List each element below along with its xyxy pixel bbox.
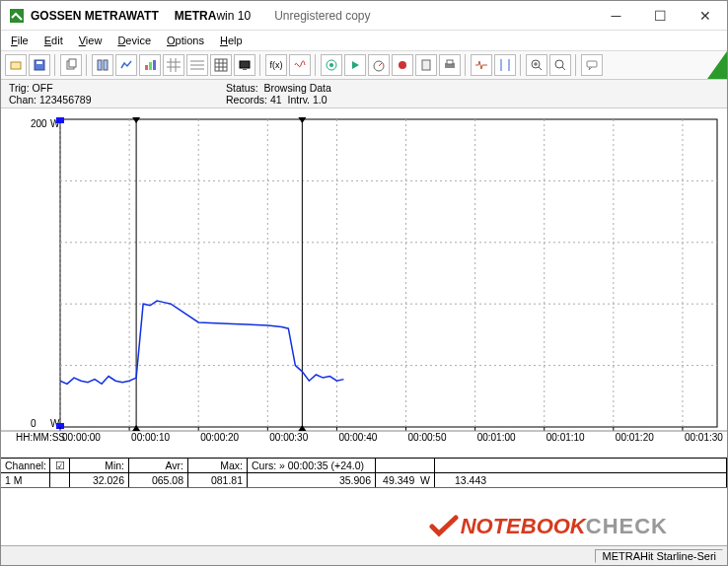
svg-rect-20 [447,60,453,64]
th-c2 [376,459,435,472]
svg-point-22 [555,60,563,68]
window-controls: ─ ☐ ✕ [594,1,727,31]
svg-rect-11 [215,59,227,71]
th-channel: Channel: [1,459,50,472]
svg-rect-7 [104,60,108,70]
cell-min: 32.026 [70,473,129,487]
svg-text:00:01:20: 00:01:20 [616,432,654,443]
toolbar: f(x) [1,51,727,80]
tool-wave-icon[interactable]: f(x) [265,54,287,76]
titlebar: GOSSEN METRAWATT METRAwin 10 Unregistere… [1,1,727,31]
svg-rect-18 [422,60,430,70]
svg-text:00:01:10: 00:01:10 [546,432,585,443]
svg-text:00:00:10: 00:00:10 [131,432,170,443]
tool-record-icon[interactable] [392,54,413,76]
cell-max: 081.81 [188,473,248,487]
tool-play-icon[interactable] [344,54,366,76]
tool-channel-icon[interactable] [92,54,113,76]
th-curs: Curs: » 00:00:35 (+24.0) [248,459,376,472]
tool-bar-icon[interactable] [139,54,161,76]
tool-grid2-icon[interactable] [186,54,208,76]
title-copy: Unregistered copy [274,9,370,23]
cell-avr: 065.08 [129,473,188,487]
svg-rect-8 [145,65,148,70]
close-button[interactable]: ✕ [683,1,727,31]
tool-comment-icon[interactable] [581,54,603,76]
channel-table: Channel: ☑ Min: Avr: Max: Curs: » 00:00:… [1,458,727,488]
under-chart-blank [1,488,727,545]
tool-pulse-icon[interactable] [471,54,492,76]
svg-rect-23 [587,61,597,67]
th-avr: Avr: [129,459,188,472]
status-device: METRAHit Starline-Seri [595,549,723,563]
tool-grid-icon[interactable] [163,54,184,76]
svg-rect-12 [240,61,250,68]
svg-text:00:01:30: 00:01:30 [685,432,723,443]
svg-point-17 [399,61,406,69]
maximize-button[interactable]: ☐ [638,1,683,31]
svg-text:00:00:50: 00:00:50 [408,432,447,443]
table-row[interactable]: 1 M 32.026 065.08 081.81 35.906 49.349 W… [1,473,727,488]
tool-file-open-icon[interactable] [5,54,27,76]
menu-edit[interactable]: Edit [42,33,65,48]
tool-zoom-in-icon[interactable] [526,54,547,76]
bottom-status-bar: METRAHit Starline-Seri [1,545,727,565]
svg-rect-5 [69,59,76,67]
tool-chart-icon[interactable] [115,54,137,76]
title-brand: GOSSEN METRAWATT [31,9,159,23]
app-icon [9,8,25,24]
cell-diff: 13.443 [435,473,727,487]
tool-monitor-icon[interactable] [234,54,255,76]
svg-text:00:01:00: 00:01:00 [477,432,516,443]
tool-gauge-icon[interactable] [368,54,390,76]
menubar: File Edit View Device Options Help [1,31,727,51]
svg-rect-6 [98,60,102,70]
tool-print-icon[interactable] [439,54,461,76]
tool-copy-icon[interactable] [60,54,82,76]
svg-rect-13 [243,69,247,70]
tool-cursor-icon[interactable] [494,54,516,76]
svg-rect-1 [11,62,21,69]
tool-connect-icon[interactable] [321,54,342,76]
th-min: Min: [70,459,129,472]
svg-text:0: 0 [31,418,36,429]
svg-rect-10 [153,60,156,70]
toolbar-resize-icon [707,51,727,79]
svg-text:200: 200 [31,118,47,129]
title-app: METRAwin 10 [175,9,251,23]
chart-area[interactable]: 2000WWHH:MM:SS00:00:0000:00:1000:00:2000… [1,108,727,458]
th-diff [435,459,727,472]
svg-point-15 [329,63,333,67]
svg-rect-3 [36,61,42,64]
tool-table-icon[interactable] [210,54,232,76]
svg-rect-43 [56,117,64,123]
svg-text:00:00:20: 00:00:20 [200,432,239,443]
menu-view[interactable]: View [77,33,105,48]
tool-device-icon[interactable] [415,54,437,76]
status-line: Trig: OFF Chan: 123456789 Status: Browsi… [1,80,727,108]
th-check[interactable]: ☑ [50,459,70,472]
svg-rect-24 [60,119,717,427]
tool-signal-icon[interactable] [289,54,311,76]
tool-zoom-icon[interactable] [549,54,571,76]
menu-file[interactable]: File [9,33,31,48]
menu-device[interactable]: Device [115,33,153,48]
minimize-button[interactable]: ─ [594,1,638,31]
svg-text:00:00:40: 00:00:40 [338,432,377,443]
svg-text:00:00:00: 00:00:00 [62,432,101,443]
tool-save-icon[interactable] [29,54,50,76]
svg-text:HH:MM:SS: HH:MM:SS [16,432,65,443]
svg-text:00:00:30: 00:00:30 [269,432,308,443]
cell-c2: 49.349 W [376,473,435,487]
menu-options[interactable]: Options [165,33,206,48]
cell-channel: 1 M [1,473,50,487]
cell-c1: 35.906 [248,473,376,487]
svg-rect-9 [149,62,152,70]
th-max: Max: [188,459,248,472]
line-chart: 2000WWHH:MM:SS00:00:0000:00:1000:00:2000… [1,108,727,458]
menu-help[interactable]: Help [218,33,245,48]
